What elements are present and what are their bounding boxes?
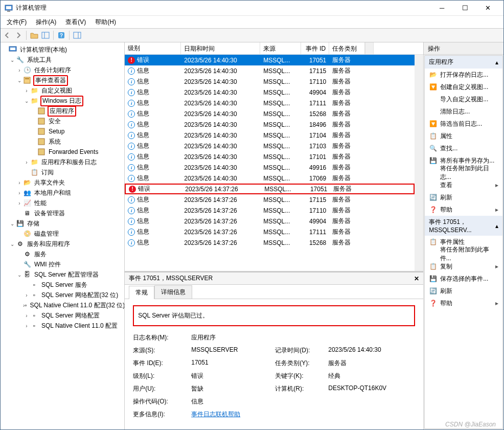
action-item[interactable]: 将任务附加到此事件... — [425, 248, 502, 260]
tree-devmgr[interactable]: 🖥设备管理器 — [2, 208, 123, 218]
services-icon: ⚙ — [16, 240, 24, 248]
menu-help[interactable]: 帮助(H) — [91, 17, 120, 28]
col-category[interactable]: 任务类别 — [329, 42, 365, 54]
tree-security[interactable]: 安全 — [2, 116, 123, 126]
table-row[interactable]: i信息2023/5/26 14:37:26MSSQL...49904服务器 — [125, 216, 415, 227]
table-row[interactable]: i信息2023/5/26 14:40:30MSSQL...18496服务器 — [125, 119, 415, 130]
table-row[interactable]: i信息2023/5/26 14:37:26MSSQL...17111服务器 — [125, 227, 415, 237]
tab-general[interactable]: 常规 — [129, 286, 154, 299]
table-row[interactable]: i信息2023/5/26 14:37:26MSSQL...17115服务器 — [125, 194, 415, 205]
val-eventid: 17051 — [191, 359, 273, 368]
table-row[interactable]: i信息2023/5/26 14:37:26MSSQL...17110服务器 — [125, 205, 415, 216]
tree-app[interactable]: 应用程序 — [2, 106, 123, 116]
tree-setup[interactable]: Setup — [2, 126, 123, 137]
link-moreinfo[interactable]: 事件日志联机帮助 — [191, 410, 415, 419]
tree-systools[interactable]: ⌄🔧系统工具 — [2, 55, 123, 65]
layout-icon[interactable] — [41, 31, 50, 40]
folder-icon[interactable] — [30, 31, 39, 40]
table-row[interactable]: i信息2023/5/26 14:40:30MSSQL...17115服务器 — [125, 65, 415, 76]
val-logname: 应用程序 — [191, 333, 415, 342]
table-row[interactable]: i信息2023/5/26 14:40:30MSSQL...15268服务器 — [125, 108, 415, 119]
action-item[interactable]: 📋属性 — [425, 130, 502, 142]
col-level[interactable]: 级别 — [125, 42, 181, 54]
col-source[interactable]: 来源 — [260, 42, 301, 54]
action-item[interactable]: 📂打开保存的日志... — [425, 69, 502, 81]
tree-sqlnet[interactable]: ›▫SQL Server 网络配置 — [2, 310, 123, 321]
info-icon: i — [128, 175, 135, 182]
menu-view[interactable]: 查看(V) — [61, 17, 90, 28]
tree-shared[interactable]: ›📂共享文件夹 — [2, 177, 123, 188]
table-row[interactable]: i信息2023/5/26 14:40:30MSSQL...49904服务器 — [125, 87, 415, 98]
close-button[interactable]: ✕ — [476, 1, 499, 16]
tree-root[interactable]: 计算机管理(本地) — [2, 44, 123, 55]
tree-services-apps[interactable]: ⌄⚙服务和应用程序 — [2, 239, 123, 249]
action-item[interactable]: 🔍查找... — [425, 142, 502, 154]
table-row[interactable]: i信息2023/5/26 14:40:30MSSQL...17111服务器 — [125, 98, 415, 108]
tree-system[interactable]: 系统 — [2, 137, 123, 147]
table-row[interactable]: !错误2023/5/26 14:40:30MSSQL...17051服务器 — [125, 55, 415, 65]
sql-icon: ▫ — [25, 301, 27, 309]
tree-eventviewer[interactable]: ⌄事件查看器 — [2, 75, 123, 85]
tab-details[interactable]: 详细信息 — [154, 285, 192, 299]
menu-file[interactable]: 文件(F) — [3, 17, 31, 28]
action-item[interactable]: ❓帮助▸ — [425, 203, 502, 216]
action-item[interactable]: 清除日志... — [425, 105, 502, 118]
back-icon[interactable] — [3, 31, 12, 40]
col-datetime[interactable]: 日期和时间 — [181, 42, 260, 54]
action-item[interactable]: 🔄刷新 — [425, 285, 502, 297]
forward-icon[interactable] — [14, 31, 23, 40]
tree-diskmgr[interactable]: 📀磁盘管理 — [2, 229, 123, 239]
table-row[interactable]: i信息2023/5/26 14:37:26MSSQL...15268服务器 — [125, 237, 415, 248]
tree-perf[interactable]: ›📈性能 — [2, 198, 123, 208]
table-row[interactable]: i信息2023/5/26 14:40:30MSSQL...17103服务器 — [125, 141, 415, 151]
action-item[interactable]: ❓帮助▸ — [425, 297, 502, 309]
menu-action[interactable]: 操作(A) — [32, 17, 60, 28]
action-icon: 💾 — [429, 275, 437, 283]
action-item[interactable]: 导入自定义视图... — [425, 93, 502, 105]
detail-title: 事件 17051，MSSQLSERVER ✕ — [125, 273, 423, 285]
tree-taskscheduler[interactable]: ›🕒任务计划程序 — [2, 65, 123, 75]
action-item[interactable]: 将任务附加到此日志... — [425, 167, 502, 179]
info-icon: i — [128, 67, 135, 75]
scrollbar[interactable] — [415, 55, 423, 271]
table-row[interactable]: i信息2023/5/26 14:40:30MSSQL...17104服务器 — [125, 130, 415, 141]
chevron-right-icon: ▸ — [495, 206, 498, 213]
action-item[interactable]: 💾保存选择的事件... — [425, 273, 502, 285]
table-row[interactable]: i信息2023/5/26 14:40:30MSSQL...17069服务器 — [125, 173, 415, 184]
table-row[interactable]: i信息2023/5/26 14:40:30MSSQL...49916服务器 — [125, 162, 415, 173]
tree-sqlnative32[interactable]: ›▫SQL Native Client 11.0 配置(32 位) — [2, 300, 123, 310]
tree-sqlservices[interactable]: ▫SQL Server 服务 — [2, 280, 123, 290]
action-item[interactable]: 🔽筛选当前日志... — [425, 118, 502, 130]
table-body[interactable]: !错误2023/5/26 14:40:30MSSQL...17051服务器i信息… — [125, 55, 415, 271]
actions-section-event[interactable]: 事件 17051，MSSQLSERV... ▴ — [425, 216, 502, 236]
minimize-button[interactable]: ─ — [430, 1, 453, 16]
tree-appsvclogs[interactable]: ›📁应用程序和服务日志 — [2, 157, 123, 167]
tree-customviews[interactable]: ›📁自定义视图 — [2, 85, 123, 96]
tree-services[interactable]: ⚙服务 — [2, 249, 123, 259]
help-icon[interactable]: ? — [57, 31, 66, 40]
close-detail-button[interactable]: ✕ — [414, 275, 419, 282]
action-item[interactable]: 🔄刷新 — [425, 191, 502, 203]
table-row[interactable]: i信息2023/5/26 14:40:30MSSQL...17110服务器 — [125, 76, 415, 87]
tree-wmi[interactable]: 🔧WMI 控件 — [2, 259, 123, 269]
panel-icon[interactable] — [73, 31, 82, 40]
table-header: 级别 日期和时间 来源 事件 ID 任务类别 — [125, 42, 423, 55]
tree-winlogs[interactable]: ⌄📁Windows 日志 — [2, 96, 123, 106]
col-eventid[interactable]: 事件 ID — [301, 42, 329, 54]
tree-localusers[interactable]: ›👥本地用户和组 — [2, 188, 123, 198]
tree-sqlconfig[interactable]: ⌄🗄SQL Server 配置管理器 — [2, 269, 123, 280]
table-row[interactable]: !错误2023/5/26 14:37:26MSSQL...17051服务器 — [125, 184, 415, 194]
table-row[interactable]: i信息2023/5/26 14:40:30MSSQL...17101服务器 — [125, 151, 415, 162]
eventviewer-icon — [23, 76, 31, 84]
tree-subs[interactable]: 📋订阅 — [2, 167, 123, 177]
tree-forwarded[interactable]: Forwarded Events — [2, 147, 123, 157]
sql-icon: ▫ — [30, 311, 38, 320]
tree-sqlnative[interactable]: ›▫SQL Native Client 11.0 配置 — [2, 321, 123, 331]
navigation-tree[interactable]: 计算机管理(本地) ⌄🔧系统工具 ›🕒任务计划程序 ⌄事件查看器 ›📁自定义视图… — [1, 42, 125, 429]
tree-storage[interactable]: ⌄💾存储 — [2, 218, 123, 229]
action-item[interactable]: 🔽创建自定义视图... — [425, 81, 502, 93]
maximize-button[interactable]: ☐ — [453, 1, 476, 16]
tree-sqlnet32[interactable]: ›▫SQL Server 网络配置(32 位) — [2, 290, 123, 300]
actions-section-app[interactable]: 应用程序 ▴ — [425, 56, 502, 69]
action-icon — [429, 250, 437, 258]
